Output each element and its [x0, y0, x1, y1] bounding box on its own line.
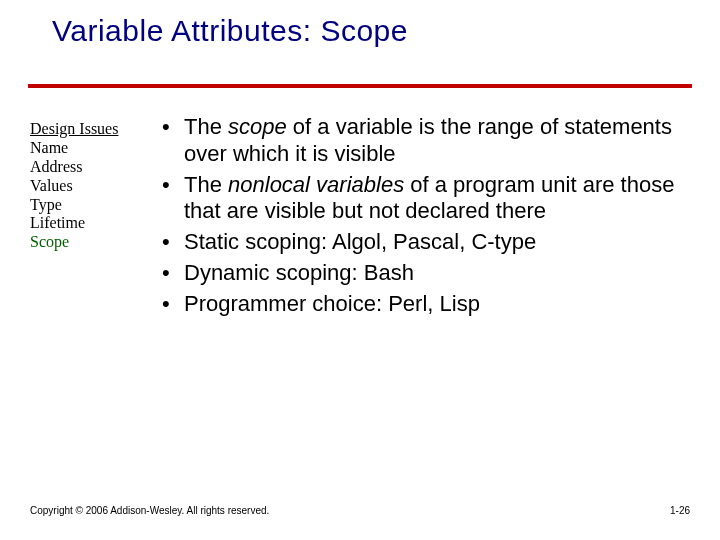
- bullet-emph: nonlocal variables: [228, 172, 404, 197]
- slide-title: Variable Attributes: Scope: [52, 14, 408, 48]
- title-rule: [28, 84, 692, 88]
- bullet-text: The: [184, 114, 228, 139]
- bullet-text: The: [184, 172, 228, 197]
- bullet-item: The scope of a variable is the range of …: [160, 114, 700, 168]
- bullet-text: Dynamic scoping: Bash: [184, 260, 414, 285]
- sidebar-heading: Design Issues: [30, 120, 142, 139]
- bullet-item: Dynamic scoping: Bash: [160, 260, 700, 287]
- footer-copyright: Copyright © 2006 Addison-Wesley. All rig…: [30, 505, 269, 516]
- sidebar-item: Type: [30, 196, 142, 215]
- bullet-text: Static scoping: Algol, Pascal, C-type: [184, 229, 536, 254]
- bullet-text: Programmer choice: Perl, Lisp: [184, 291, 480, 316]
- sidebar-item: Values: [30, 177, 142, 196]
- bullet-emph: scope: [228, 114, 287, 139]
- footer-page-number: 1-26: [670, 505, 690, 516]
- bullet-item: Static scoping: Algol, Pascal, C-type: [160, 229, 700, 256]
- sidebar-item: Address: [30, 158, 142, 177]
- body-content: The scope of a variable is the range of …: [160, 114, 700, 322]
- sidebar-item: Name: [30, 139, 142, 158]
- bullet-item: Programmer choice: Perl, Lisp: [160, 291, 700, 318]
- sidebar-item-active: Scope: [30, 233, 142, 252]
- sidebar: Design Issues Name Address Values Type L…: [30, 120, 142, 252]
- sidebar-item: Lifetime: [30, 214, 142, 233]
- bullet-item: The nonlocal variables of a program unit…: [160, 172, 700, 226]
- slide: Variable Attributes: Scope Design Issues…: [0, 0, 720, 540]
